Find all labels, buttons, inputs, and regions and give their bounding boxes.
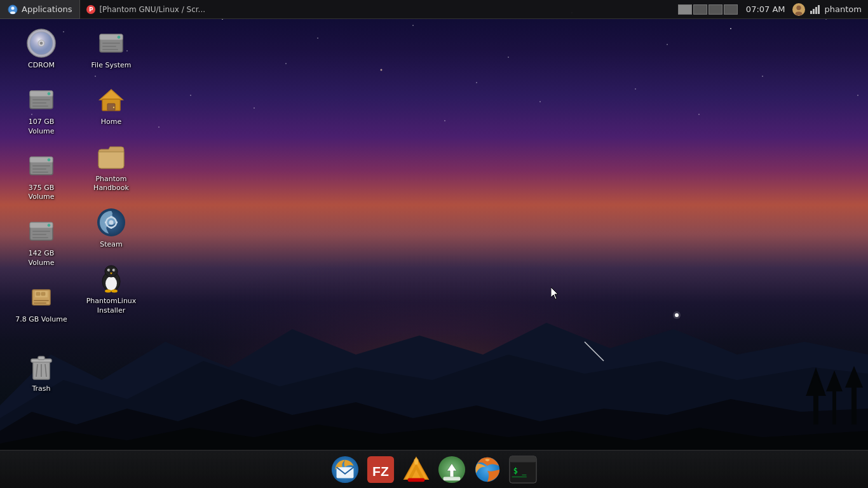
svg-point-80 [111,290,118,293]
svg-marker-81 [551,287,558,299]
icons-row-1: CDROM 107 GBVolume [13,25,146,396]
svg-marker-9 [826,370,843,391]
svg-rect-47 [34,302,46,304]
svg-point-14 [673,311,681,319]
applications-menu[interactable]: Applications [0,0,80,19]
svg-point-13 [675,313,679,317]
steam-icon[interactable]: Steam [83,205,140,252]
svg-point-16 [11,6,15,10]
volume-107-image [26,85,57,115]
svg-point-63 [113,107,114,108]
svg-rect-45 [41,292,45,295]
thunderbird-dock-icon[interactable] [330,454,360,485]
svg-rect-68 [111,227,112,229]
workspace-switcher[interactable] [678,4,738,15]
applications-label: Applications [22,4,72,14]
signal-bar-2 [813,9,815,14]
svg-point-56 [118,36,120,39]
volume-78-icon[interactable]: 7.8 GB Volume [13,280,70,327]
cursor [551,287,559,300]
svg-marker-6 [807,367,825,393]
svg-rect-53 [38,356,44,360]
svg-marker-3 [0,399,868,450]
svg-line-12 [585,342,604,361]
svg-marker-7 [806,374,826,396]
svg-point-76 [109,269,110,271]
svg-rect-58 [102,46,116,47]
svg-rect-28 [32,102,46,104]
svg-rect-57 [102,43,120,44]
svg-point-17 [10,11,15,14]
home-icon[interactable]: Home [83,82,140,129]
svg-rect-33 [32,165,50,166]
svg-point-38 [48,224,50,227]
browser-tab[interactable]: P [Phantom GNU/Linux / Scr... [80,0,212,19]
workspace-4[interactable] [724,4,738,15]
svg-point-32 [48,158,50,161]
svg-rect-89 [408,478,425,482]
volume-142-label: 142 GBVolume [29,249,55,268]
volume-107-label: 107 GBVolume [29,118,55,136]
home-image [96,85,126,115]
browser-tab-label: [Phantom GNU/Linux / Scr... [99,5,205,14]
workspace-1[interactable] [678,4,692,15]
svg-point-73 [105,266,118,277]
svg-rect-96 [510,456,536,462]
app-installer-dock-icon[interactable] [437,454,467,485]
volume-142-image [26,216,57,247]
filesystem-label: File System [92,61,132,70]
phantom-handbook-image [96,142,126,172]
svg-rect-5 [813,386,818,424]
desktop: Applications P [Phantom GNU/Linux / Scr.… [0,0,868,488]
icon-column-1: CDROM 107 GBVolume [13,25,76,396]
volume-78-image [26,282,57,313]
filesystem-icon[interactable]: File System [83,25,140,72]
trash-image [26,351,57,382]
trash-label: Trash [32,384,50,393]
phantomlinux-installer-icon[interactable]: PhantomLinuxInstaller [83,261,140,318]
phantomlinux-installer-image [96,264,126,294]
svg-point-0 [116,227,752,450]
desktop-icons: CDROM 107 GBVolume [13,25,146,396]
svg-rect-70 [116,222,118,224]
signal-bar-1 [810,11,812,14]
vlc-dock-icon[interactable] [401,454,431,485]
svg-rect-67 [111,216,112,218]
icon-column-2: File System Home [83,25,146,396]
time-display: 07:07 AM [746,4,785,14]
workspace-3[interactable] [709,4,722,15]
workspace-2[interactable] [693,4,707,15]
phantomlinux-installer-label: PhantomLinuxInstaller [86,297,137,315]
volume-375-icon[interactable]: 375 GBVolume [13,148,70,205]
svg-point-23 [40,42,43,44]
svg-rect-40 [32,234,46,235]
volume-78-label: 7.8 GB Volume [15,315,67,324]
svg-text:$ _: $ _ [513,466,527,475]
cdrom-icon[interactable]: CDROM [13,25,70,72]
volume-107-icon[interactable]: 107 GBVolume [13,82,70,139]
firefox-dock-icon[interactable] [472,454,503,485]
phantom-handbook-icon[interactable]: PhantomHandbook [83,139,140,196]
svg-rect-29 [32,105,48,107]
svg-marker-11 [845,366,863,388]
svg-rect-10 [851,385,857,424]
volume-142-icon[interactable]: 142 GBVolume [13,214,70,270]
svg-rect-41 [32,237,48,238]
filezilla-dock-icon[interactable]: FZ [365,454,396,485]
svg-rect-27 [32,99,50,100]
signal-bar-3 [815,7,817,14]
terminal-dock-icon[interactable]: $ _ [508,454,538,485]
svg-rect-39 [32,231,50,232]
browser-favicon: P [86,5,95,14]
dock: FZ [0,450,868,488]
volume-375-image [26,151,57,181]
trash-icon[interactable]: Trash [13,349,70,396]
signal-bar-4 [818,5,820,14]
signal-icon [810,5,820,14]
svg-marker-60 [100,90,123,100]
steam-label: Steam [100,240,123,249]
user-avatar-icon[interactable] [792,3,805,16]
svg-rect-35 [32,172,48,173]
svg-point-18 [796,5,801,10]
phantom-handbook-label: PhantomHandbook [93,175,129,193]
